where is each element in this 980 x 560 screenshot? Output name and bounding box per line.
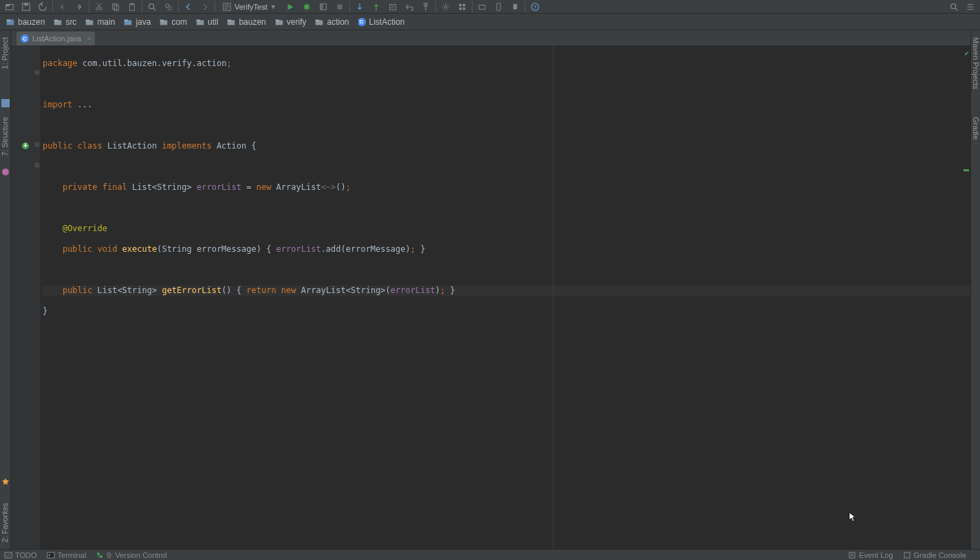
svg-rect-41 xyxy=(197,19,200,21)
breadcrumb-item-folder[interactable]: java xyxy=(120,15,156,29)
gradle-console-icon xyxy=(903,551,911,559)
svg-point-19 xyxy=(444,6,447,8)
svg-point-49 xyxy=(2,169,9,175)
right-tool-gutter: Maven Projects Gradle xyxy=(970,30,980,549)
override-icon[interactable] xyxy=(21,141,30,151)
svg-rect-9 xyxy=(131,3,133,5)
editor-gutter: ⊞ ⊞ ⊞ xyxy=(11,45,41,549)
svg-rect-48 xyxy=(1,99,10,107)
undo-icon[interactable] xyxy=(54,1,71,13)
left-tool-gutter: 1: Project 7: Structure 2: Favorites xyxy=(0,30,11,549)
sdk-icon[interactable] xyxy=(474,1,490,13)
code-content[interactable]: package com.util.bauzen.verify.action; i… xyxy=(41,45,970,549)
structure-icon[interactable] xyxy=(454,1,470,13)
android-icon[interactable] xyxy=(507,1,523,13)
svg-point-12 xyxy=(168,6,171,10)
vcs-commit-icon[interactable] xyxy=(368,1,384,13)
svg-rect-20 xyxy=(459,3,461,6)
run-config-selector[interactable]: VerifyTest ▼ xyxy=(219,1,279,13)
terminal-tool-button[interactable]: Terminal xyxy=(47,551,87,559)
debug-icon[interactable] xyxy=(298,1,315,13)
vcs-tool-button[interactable]: 9: Version Control xyxy=(96,551,166,559)
search-icon[interactable] xyxy=(946,1,962,13)
svg-rect-35 xyxy=(86,19,89,21)
svg-point-10 xyxy=(149,3,154,8)
svg-point-26 xyxy=(513,3,516,6)
fold-icon[interactable]: ⊞ xyxy=(34,141,40,148)
forward-icon[interactable] xyxy=(197,1,213,13)
vcs-revert-icon[interactable] xyxy=(401,1,417,13)
favorites-badge-icon xyxy=(1,477,10,486)
svg-rect-22 xyxy=(459,7,461,10)
favorites-tool-tab[interactable]: 2: Favorites xyxy=(0,499,10,546)
inspection-ok-icon[interactable]: ✔ xyxy=(964,48,969,58)
change-marker[interactable] xyxy=(963,169,969,171)
run-icon[interactable] xyxy=(282,1,298,13)
svg-rect-47 xyxy=(316,19,319,21)
paste-icon[interactable] xyxy=(124,1,140,13)
vcs-update-icon[interactable] xyxy=(351,1,368,13)
breadcrumb-bar: bauzen src main java com util bauzen ver… xyxy=(0,14,980,30)
gradle-tool-tab[interactable]: Gradle xyxy=(971,113,980,144)
fold-icon[interactable]: ⊞ xyxy=(34,69,40,76)
breadcrumb-item-folder[interactable]: bauzen xyxy=(224,15,271,29)
save-icon[interactable] xyxy=(18,1,34,13)
vcs-icon xyxy=(96,551,104,559)
svg-rect-43 xyxy=(228,19,231,21)
svg-rect-21 xyxy=(462,3,465,6)
replace-icon[interactable] xyxy=(160,1,177,13)
chevron-down-icon: ▼ xyxy=(270,3,276,10)
menu-icon[interactable] xyxy=(962,1,979,13)
run-config-label: VerifyTest xyxy=(235,3,268,11)
svg-point-4 xyxy=(96,7,99,10)
help-icon[interactable]: ? xyxy=(527,1,543,13)
breadcrumb-item-folder[interactable]: src xyxy=(50,15,82,29)
cut-icon[interactable] xyxy=(91,1,107,13)
svg-rect-18 xyxy=(389,4,395,10)
avd-icon[interactable] xyxy=(490,1,507,13)
breadcrumb-item-module[interactable]: bauzen xyxy=(3,15,50,29)
svg-rect-37 xyxy=(124,19,128,21)
breadcrumb-item-folder[interactable]: action xyxy=(312,15,354,29)
module-icon xyxy=(6,17,15,27)
project-tool-tab[interactable]: 1: Project xyxy=(0,33,10,73)
structure-tool-tab[interactable]: 7: Structure xyxy=(0,113,10,160)
main-toolbar: VerifyTest ▼ ? xyxy=(0,0,980,14)
breadcrumb-item-folder[interactable]: util xyxy=(193,15,224,29)
svg-rect-39 xyxy=(160,19,164,21)
fold-icon[interactable]: ⊞ xyxy=(34,162,40,169)
svg-rect-56 xyxy=(904,552,910,558)
find-icon[interactable] xyxy=(144,1,160,13)
folder-icon xyxy=(123,17,133,27)
breadcrumb-item-folder[interactable]: com xyxy=(156,15,193,29)
close-tab-icon[interactable]: × xyxy=(87,34,91,43)
back-icon[interactable] xyxy=(180,1,197,13)
svg-point-29 xyxy=(951,3,956,8)
gradle-console-button[interactable]: Gradle Console xyxy=(903,551,966,559)
svg-point-5 xyxy=(100,7,102,10)
open-icon[interactable] xyxy=(1,1,18,13)
sync-icon[interactable] xyxy=(34,1,51,13)
settings-icon[interactable] xyxy=(437,1,454,13)
event-log-button[interactable]: Event Log xyxy=(848,551,893,559)
svg-rect-51 xyxy=(5,552,12,558)
svg-rect-16 xyxy=(320,3,323,10)
redo-icon[interactable] xyxy=(71,1,87,13)
folder-icon xyxy=(159,17,168,27)
vcs-history-icon[interactable] xyxy=(384,1,401,13)
stop-icon[interactable] xyxy=(331,1,348,13)
code-editor[interactable]: ⊞ ⊞ ⊞ package com.util.bauzen.verify.act… xyxy=(11,45,970,549)
folder-icon xyxy=(85,17,94,27)
file-tab-listaction[interactable]: C ListAction.java × xyxy=(17,32,95,45)
copy-icon[interactable] xyxy=(107,1,124,13)
maven-tool-tab[interactable]: Maven Projects xyxy=(971,33,980,94)
todo-tool-button[interactable]: TODO xyxy=(4,551,37,559)
breadcrumb-item-folder[interactable]: main xyxy=(82,15,120,29)
svg-rect-1 xyxy=(6,4,10,6)
breadcrumb-item-folder[interactable]: verify xyxy=(272,15,312,29)
vcs-push-icon[interactable] xyxy=(417,1,434,13)
file-tab-label: ListAction.java xyxy=(32,34,81,43)
breadcrumb-item-class[interactable]: C ListAction xyxy=(355,15,411,29)
folder-icon xyxy=(226,17,236,27)
coverage-icon[interactable] xyxy=(315,1,331,13)
